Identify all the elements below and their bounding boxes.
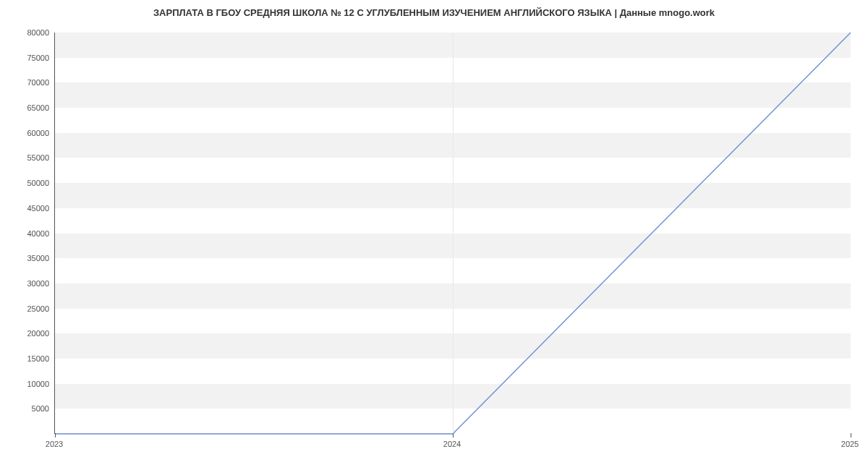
chart-title: ЗАРПЛАТА В ГБОУ СРЕДНЯЯ ШКОЛА № 12 С УГЛ… — [0, 7, 868, 18]
y-tick-label: 75000 — [6, 54, 49, 62]
plot-area — [54, 33, 850, 434]
y-tick-label: 25000 — [6, 304, 49, 313]
y-tick-label: 45000 — [6, 204, 49, 213]
y-tick-label: 65000 — [6, 103, 49, 112]
y-tick-label: 10000 — [6, 380, 49, 388]
x-tick — [55, 433, 56, 437]
y-tick-label: 50000 — [6, 179, 49, 187]
x-tick-label: 2025 — [841, 440, 859, 448]
y-tick-label: 60000 — [6, 129, 49, 137]
salary-line-chart: ЗАРПЛАТА В ГБОУ СРЕДНЯЯ ШКОЛА № 12 С УГЛ… — [0, 0, 868, 470]
x-tick — [851, 433, 851, 437]
y-tick-label: 15000 — [6, 354, 49, 363]
x-tick-label: 2024 — [443, 440, 461, 448]
y-tick-label: 30000 — [6, 279, 49, 288]
x-grid-line — [453, 33, 454, 433]
y-tick-label: 35000 — [6, 254, 49, 262]
x-tick — [453, 433, 454, 437]
y-tick-label: 40000 — [6, 229, 49, 238]
y-tick-label: 20000 — [6, 329, 49, 338]
y-tick-label: 70000 — [6, 78, 49, 87]
y-tick-label: 80000 — [6, 28, 49, 37]
x-tick-label: 2023 — [46, 440, 63, 448]
y-tick-label: 55000 — [6, 153, 49, 162]
y-tick-label: 5000 — [6, 404, 49, 413]
